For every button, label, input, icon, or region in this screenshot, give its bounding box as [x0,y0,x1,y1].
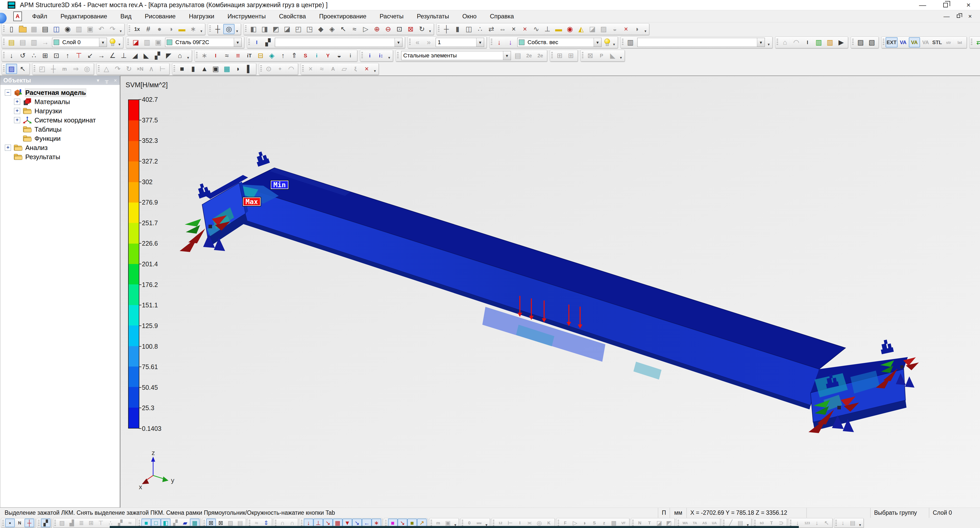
delete-button[interactable]: × [361,64,372,74]
tools-group-options[interactable]: ▾ [643,24,648,34]
toolbar-grip[interactable] [138,520,140,526]
culling-view-button[interactable]: ▷ [360,24,371,34]
grid-button[interactable]: # [143,24,154,34]
case-next-button[interactable]: » [423,37,434,48]
axial-button[interactable]: → [96,51,107,61]
toolbar-grip[interactable] [3,65,5,73]
solid-box-button[interactable]: ▣ [210,64,221,74]
tree-item-2[interactable]: +Нагрузки [0,106,120,116]
menu-6[interactable]: Свойства [272,10,312,22]
refresh-button[interactable]: ⇄ [974,37,980,48]
toolbar-grip[interactable] [361,52,363,59]
zigzag-button[interactable]: ≈ [316,64,328,74]
toolbar-grip[interactable] [38,520,40,526]
exp3-button[interactable]: ↓ [812,518,822,527]
select-ring-button[interactable]: ◎ [81,64,93,74]
chevron-down-icon[interactable]: ▼ [395,38,402,47]
para-button[interactable]: ▱ [339,64,350,74]
toolbar-grip[interactable] [431,520,432,526]
layers-button[interactable]: ▤ [6,37,17,48]
shade-button[interactable]: ▞ [152,51,163,61]
exp4-button[interactable]: ↖ [822,518,832,527]
sphere-shaded-button[interactable]: ◗ [632,24,643,34]
wedge-a-button[interactable]: ◢ [129,51,141,61]
tri-dis-button[interactable]: ◣ [607,51,618,61]
undo-button[interactable]: ↶ [96,24,107,34]
expand-button[interactable]: ⇔ [497,24,508,34]
toolbar-grip[interactable] [98,65,100,73]
view-top-button[interactable]: ◰ [293,24,304,34]
loadcase-edit-button[interactable]: ↓ [505,37,516,48]
measure-triangle-button[interactable]: ◭ [576,24,587,34]
solid-mesh-button[interactable]: ▦ [221,64,232,74]
loadcase-drop[interactable]: ▾ [611,37,617,48]
loads-drop[interactable]: ▾ [186,51,191,61]
y-red-button[interactable]: Y [322,51,334,61]
zoom-extents-button[interactable]: ⊠ [405,24,416,34]
layer-add-button[interactable]: ▤ [17,37,28,48]
shaded-view-button[interactable]: ◆ [315,24,326,34]
case-prev-button[interactable]: « [412,37,423,48]
load-down-button[interactable]: ↓ [6,51,17,61]
model-viewport[interactable]: z y x SVM[Н/мм^2] 402.7377.5352.3327.230… [120,76,980,507]
box-yellow-button[interactable]: ⊟ [255,51,266,61]
xn-button[interactable]: ×N [135,64,146,74]
zoom-in-button[interactable]: ⊕ [371,24,383,34]
arrow-up-button[interactable]: ↑ [277,51,289,61]
section-assign-button[interactable]: I [251,37,262,48]
print-preview-button[interactable]: ◫ [51,24,62,34]
moment-button[interactable]: ↙ [84,51,96,61]
measure-length-button[interactable]: ▬ [553,24,564,34]
toolbar-grip[interactable] [622,39,624,46]
stress-map-i-button[interactable]: ▥ [824,37,835,48]
menu-9[interactable]: Результаты [410,10,455,22]
mdi-close-button[interactable]: × [964,11,976,21]
measure-angle-button[interactable]: ◉ [564,24,576,34]
exp6-button[interactable]: ▤ [848,518,858,527]
construct-3[interactable]: ≣ [76,518,86,527]
layer-arrow-button[interactable]: → [40,37,51,48]
steel-layers-button[interactable]: ▤ [512,51,523,61]
building-button[interactable]: ⌂ [780,37,791,48]
toolbar-grip[interactable] [248,39,250,46]
angle-load-button[interactable]: ∠ [107,51,118,61]
ibeam-red-button[interactable]: I [210,51,221,61]
cursor-group-options[interactable]: ▾ [234,24,240,34]
op-arc-button[interactable]: ◠ [286,64,297,74]
menu-5[interactable]: Инструменты [221,10,272,22]
op-plus-button[interactable]: + [274,64,286,74]
rod-button[interactable]: ▞ [41,518,51,527]
steel-2e2-button[interactable]: 2e [535,51,546,61]
arc-cw-button[interactable]: ↷ [112,64,123,74]
select-move-button[interactable]: ⇒ [70,64,81,74]
element-type-combo[interactable]: Стальные элементы▼ [401,51,511,60]
node-cs-button[interactable]: ┼ [24,518,34,527]
layer-lamp[interactable] [109,38,116,46]
half-circle-button[interactable]: ◒ [334,51,345,61]
toolbar-grip[interactable] [3,52,5,59]
panel-close-icon[interactable]: × [111,78,120,83]
select-axes-button[interactable]: ┼ [48,64,59,74]
sketch-button[interactable]: ◪ [587,24,598,34]
open-button[interactable] [17,24,28,34]
cross-button[interactable]: × [305,64,316,74]
stros-button[interactable]: str [943,37,954,48]
restore-button[interactable] [934,0,957,10]
crosshair-button[interactable]: ┼ [212,24,223,34]
snap-line-button[interactable]: ∿ [531,24,542,34]
node-button[interactable]: ▪ [5,518,15,527]
hatch-button[interactable]: ▨ [598,24,609,34]
solid-cone-button[interactable]: ▲ [199,64,210,74]
view-iso-button[interactable]: ◳ [304,24,315,34]
menu-2[interactable]: Вид [114,10,138,22]
collapse-icon[interactable]: − [5,90,11,96]
close-button[interactable]: × [957,0,980,10]
solid-rect-button[interactable]: ■ [177,64,188,74]
spring-button[interactable]: ξ [350,64,361,74]
menu-0[interactable]: Файл [25,10,54,22]
toolbar-grip[interactable] [493,520,494,526]
material-lib-button[interactable]: ▥ [142,37,153,48]
tack-button[interactable]: ⊢ [157,64,168,74]
chevron-down-icon[interactable]: ▼ [234,38,242,47]
pointer-view-button[interactable]: ↖ [338,24,349,34]
